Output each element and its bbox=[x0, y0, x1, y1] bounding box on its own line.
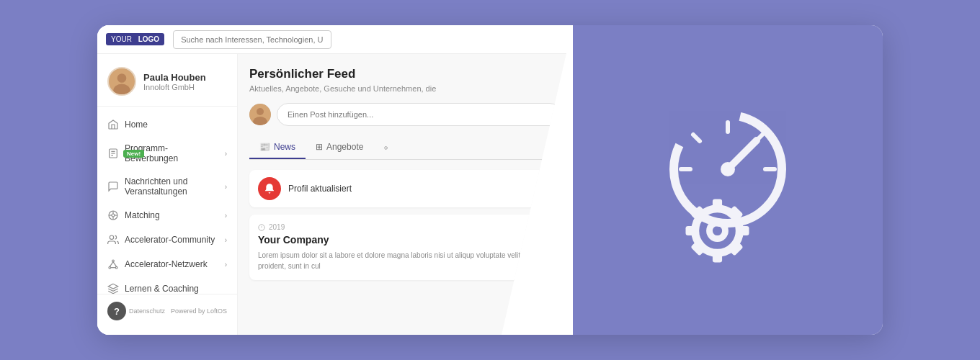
logo-text: LOGO bbox=[138, 35, 159, 43]
chevron-icon-4: › bbox=[225, 236, 227, 244]
company-year-text: 2019 bbox=[269, 223, 285, 231]
svg-point-31 bbox=[721, 162, 735, 176]
sidebar-item-community[interactable]: Accelerator-Community › bbox=[97, 228, 237, 252]
chevron-icon-3: › bbox=[225, 212, 227, 220]
notification-item: Profil aktualisiert bbox=[249, 170, 561, 207]
help-button[interactable]: ? bbox=[107, 302, 126, 320]
tab-angebote-label: Angebote bbox=[326, 142, 363, 152]
post-input-row bbox=[249, 103, 561, 126]
chevron-icon: › bbox=[225, 150, 227, 158]
chevron-icon-5: › bbox=[225, 261, 227, 269]
svg-point-1 bbox=[117, 73, 127, 83]
svg-line-35 bbox=[693, 135, 700, 141]
tab-angebote[interactable]: ⊞ Angebote bbox=[306, 136, 373, 159]
sidebar-item-nachrichten[interactable]: Nachrichten und Veranstaltungen › bbox=[97, 170, 237, 203]
svg-rect-40 bbox=[713, 250, 722, 263]
feed-subtitle: Aktuelles, Angebote, Gesuche und Unterne… bbox=[249, 84, 561, 93]
nav-label-home: Home bbox=[125, 120, 227, 130]
svg-line-36 bbox=[756, 135, 762, 141]
sidebar-item-lernen[interactable]: Lernen & Coaching bbox=[97, 276, 237, 294]
nav-label-matching: Matching bbox=[125, 210, 219, 220]
feed-title: Persönlicher Feed bbox=[249, 67, 561, 81]
notification-text: Profil aktualisiert bbox=[288, 184, 352, 194]
search-input[interactable] bbox=[173, 30, 331, 49]
sidebar-item-netzwerk[interactable]: Accelerator-Netzwerk › bbox=[97, 252, 237, 276]
sidebar-item-matching[interactable]: Matching › bbox=[97, 203, 237, 228]
feature-illustration bbox=[634, 86, 821, 274]
user-company: Innoloft GmbH bbox=[143, 83, 206, 91]
tab-more[interactable]: ⬦ bbox=[373, 136, 398, 159]
logo: YOUR LOGO bbox=[106, 33, 164, 45]
tab-news-label: News bbox=[274, 142, 295, 152]
svg-point-8 bbox=[112, 214, 115, 217]
sidebar-footer: ? Datenschutz Powered by LoftOS bbox=[97, 294, 237, 328]
company-year: 2019 bbox=[258, 223, 553, 231]
logo-your: YOUR bbox=[111, 35, 132, 43]
nav-label-netzwerk: Accelerator-Netzwerk bbox=[125, 259, 219, 269]
notification-icon bbox=[258, 177, 281, 200]
tab-more-label: ⬦ bbox=[383, 142, 388, 152]
nav-label-lernen: Lernen & Coaching bbox=[125, 284, 227, 294]
svg-line-17 bbox=[110, 262, 113, 267]
svg-point-15 bbox=[109, 266, 111, 269]
sidebar-item-home[interactable]: Home bbox=[97, 112, 237, 137]
svg-rect-45 bbox=[690, 240, 706, 256]
offers-icon: ⊞ bbox=[316, 142, 323, 152]
sidebar: Paula Houben Innoloft GmbH Home bbox=[97, 54, 238, 335]
badge-new: New! bbox=[123, 150, 144, 158]
app-panel: YOUR LOGO Paula Houben bbox=[97, 25, 573, 335]
nav-items: Home Programm-Bewerbungen New! › bbox=[97, 107, 237, 294]
svg-rect-46 bbox=[728, 240, 744, 256]
post-avatar bbox=[249, 104, 271, 125]
svg-rect-41 bbox=[686, 226, 699, 235]
feature-panel bbox=[573, 25, 883, 335]
sidebar-item-programm[interactable]: Programm-Bewerbungen New! › bbox=[97, 137, 237, 170]
powered-by: Powered by LoftOS bbox=[171, 307, 227, 315]
svg-point-24 bbox=[257, 108, 264, 115]
tab-bar: 📰 News ⊞ Angebote ⬦ bbox=[249, 136, 561, 160]
avatar bbox=[107, 67, 136, 96]
svg-rect-39 bbox=[713, 199, 722, 212]
svg-rect-42 bbox=[736, 226, 749, 235]
main-card: YOUR LOGO Paula Houben bbox=[97, 25, 883, 335]
svg-point-38 bbox=[710, 223, 726, 239]
post-input[interactable] bbox=[277, 103, 561, 126]
svg-point-16 bbox=[115, 266, 117, 269]
feed-area: Persönlicher Feed Aktuelles, Angebote, G… bbox=[238, 54, 573, 335]
top-bar: YOUR LOGO bbox=[97, 25, 573, 54]
nav-label-community: Accelerator-Community bbox=[125, 235, 219, 245]
user-profile: Paula Houben Innoloft GmbH bbox=[97, 54, 237, 107]
datenschutz-link[interactable]: Datenschutz bbox=[129, 307, 165, 315]
svg-line-18 bbox=[113, 262, 117, 267]
main-content: Paula Houben Innoloft GmbH Home bbox=[97, 54, 573, 335]
company-name: Your Company bbox=[258, 234, 553, 246]
chevron-icon-2: › bbox=[225, 183, 227, 191]
user-info: Paula Houben Innoloft GmbH bbox=[143, 72, 206, 91]
svg-point-14 bbox=[112, 260, 115, 262]
tab-news[interactable]: 📰 News bbox=[249, 136, 306, 159]
company-desc: Lorem ipsum dolor sit a labore et dolore… bbox=[258, 250, 553, 271]
svg-point-13 bbox=[110, 235, 113, 239]
company-card: 2019 Your Company Lorem ipsum dolor sit … bbox=[249, 215, 561, 280]
user-name: Paula Houben bbox=[143, 72, 206, 83]
news-icon: 📰 bbox=[259, 142, 270, 152]
nav-label-nachrichten: Nachrichten und Veranstaltungen bbox=[125, 176, 219, 197]
footer-links: Datenschutz Powered by LoftOS bbox=[129, 307, 227, 315]
